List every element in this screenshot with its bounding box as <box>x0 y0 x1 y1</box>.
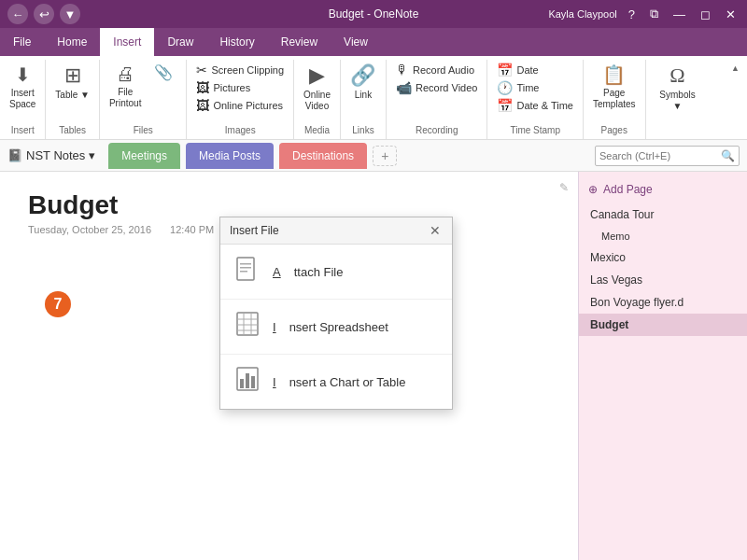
time-btn[interactable]: 🕐 Time <box>493 79 543 96</box>
date-btn[interactable]: 📅 Date <box>493 62 542 78</box>
file-printout-icon: 🖨 <box>116 63 134 85</box>
insert-spreadsheet-label-rest: nsert Spreadsheet <box>289 320 388 334</box>
sidebar: ⊕ Add Page Canada Tour Memo Mexico Las V… <box>579 172 747 560</box>
svg-rect-1 <box>240 263 251 265</box>
ribbon-group-media: ▶ OnlineVideo Media <box>294 60 341 139</box>
link-btn[interactable]: 🔗 Link <box>346 62 380 103</box>
tab-meetings[interactable]: Meetings <box>108 143 180 169</box>
user-name: Kayla Claypool <box>548 8 616 20</box>
help-button[interactable]: ? <box>625 6 639 23</box>
main-area: Budget Tuesday, October 25, 2016 12:40 P… <box>0 172 747 560</box>
titlebar-right: Kayla Claypool ? ⧉ — ◻ ✕ <box>548 5 740 23</box>
close-button[interactable]: ✕ <box>722 6 740 23</box>
record-audio-icon: 🎙 <box>396 63 409 77</box>
record-video-icon: 📹 <box>396 80 412 95</box>
sidebar-item-mexico[interactable]: Mexico <box>579 246 747 269</box>
online-pictures-btn[interactable]: 🖼 Online Pictures <box>192 97 287 114</box>
dialog-close-button[interactable]: ✕ <box>428 223 443 238</box>
screen-clipping-btn[interactable]: ✂ Screen Clipping <box>192 62 288 78</box>
ribbon-group-pages-label: Pages <box>601 123 627 137</box>
svg-rect-11 <box>240 379 244 388</box>
insert-chart-icon <box>235 366 260 398</box>
attach-btn[interactable]: 📎 <box>147 62 180 85</box>
record-audio-btn[interactable]: 🎙 Record Audio <box>392 62 478 78</box>
restore-button[interactable]: ⧉ <box>646 5 662 23</box>
online-video-btn[interactable]: ▶ OnlineVideo <box>300 62 334 114</box>
date-time-btn[interactable]: 📅 Date & Time <box>493 97 577 114</box>
record-video-btn[interactable]: 📹 Record Video <box>392 79 481 96</box>
page-content: Budget Tuesday, October 25, 2016 12:40 P… <box>0 172 579 560</box>
notebook-label: NST Notes <box>26 148 85 162</box>
sidebar-item-canada-tour[interactable]: Canada Tour <box>579 203 747 226</box>
notebook-chevron-icon: ▾ <box>89 148 95 162</box>
dialog-title: Insert File <box>230 224 279 237</box>
menu-view[interactable]: View <box>331 28 381 56</box>
svg-rect-0 <box>237 258 254 280</box>
add-page-label: Add Page <box>603 183 653 196</box>
notebook-icon: 📓 <box>7 148 22 162</box>
notebook-name[interactable]: 📓 NST Notes ▾ <box>7 148 95 162</box>
insert-space-icon: ⬇ <box>15 63 31 86</box>
menu-review[interactable]: Review <box>268 28 331 56</box>
titlebar: ← ↩ ▼ Budget - OneNote Kayla Claypool ? … <box>0 0 747 28</box>
link-icon: 🔗 <box>350 63 375 88</box>
sidebar-item-las-vegas[interactable]: Las Vegas <box>579 269 747 291</box>
insert-chart-item[interactable]: Insert a Chart or Table <box>220 355 452 409</box>
file-printout-btn[interactable]: 🖨 FilePrintout <box>106 62 145 111</box>
sidebar-item-budget[interactable]: Budget <box>579 314 747 336</box>
svg-rect-13 <box>251 376 255 388</box>
menubar: File Home Insert Draw History Review Vie… <box>0 28 747 56</box>
attach-file-item[interactable]: Attach File <box>220 245 452 300</box>
add-tab-button[interactable]: + <box>373 146 397 166</box>
search-icon[interactable]: 🔍 <box>721 149 735 162</box>
attach-file-label-underline: A <box>273 265 281 279</box>
table-btn[interactable]: ⊞ Table ▼ <box>51 62 93 103</box>
attach-file-label-rest: ttach File <box>294 265 344 279</box>
tab-destinations[interactable]: Destinations <box>279 143 367 169</box>
insert-spreadsheet-item[interactable]: Insert Spreadsheet <box>220 300 452 355</box>
menu-draw[interactable]: Draw <box>154 28 206 56</box>
ribbon-group-tables-label: Tables <box>59 123 86 137</box>
sidebar-item-memo[interactable]: Memo <box>579 226 747 246</box>
maximize-button[interactable]: ◻ <box>697 6 714 23</box>
ribbon-group-images-label: Images <box>225 123 256 137</box>
notebook-bar: 📓 NST Notes ▾ Meetings Media Posts Desti… <box>0 140 747 172</box>
undo-button[interactable]: ↩ <box>34 4 54 24</box>
date-time-icon: 📅 <box>497 98 513 113</box>
ribbon-group-tables: ⊞ Table ▼ Tables <box>46 60 100 139</box>
insert-spreadsheet-label-underline: I <box>273 320 276 334</box>
page-templates-btn[interactable]: 📋 PageTemplates <box>589 62 640 112</box>
ribbon-collapse-btn[interactable]: ▲ <box>731 63 740 73</box>
ribbon-group-files: 🖨 FilePrintout 📎 Files <box>100 60 187 139</box>
attach-file-icon <box>235 256 260 287</box>
menu-history[interactable]: History <box>206 28 267 56</box>
svg-rect-4 <box>237 313 258 335</box>
ribbon-group-links: 🔗 Link Links <box>341 60 387 139</box>
ribbon-group-timestamp: 📅 Date 🕐 Time 📅 Date & Time Time Stamp <box>487 60 584 139</box>
sidebar-item-bon-voyage[interactable]: Bon Voyage flyer.d <box>579 291 747 314</box>
window-title: Budget - OneNote <box>329 7 419 21</box>
quick-access-button[interactable]: ▼ <box>60 4 80 24</box>
table-icon: ⊞ <box>64 63 81 88</box>
back-button[interactable]: ← <box>7 4 28 24</box>
dialog-header: Insert File ✕ <box>220 217 452 245</box>
tab-media-posts[interactable]: Media Posts <box>186 143 274 169</box>
minimize-button[interactable]: — <box>669 6 689 23</box>
attach-icon: 📎 <box>154 63 173 81</box>
ribbon-group-timestamp-label: Time Stamp <box>510 123 560 137</box>
menu-file[interactable]: File <box>0 28 44 56</box>
pictures-icon: 🖼 <box>196 80 209 95</box>
ribbon-group-recording: 🎙 Record Audio 📹 Record Video Recording <box>387 60 487 139</box>
menu-home[interactable]: Home <box>44 28 100 56</box>
titlebar-left: ← ↩ ▼ <box>7 4 80 24</box>
symbols-btn[interactable]: Ω Symbols ▼ <box>652 62 704 114</box>
pictures-btn[interactable]: 🖼 Pictures <box>192 79 254 96</box>
menu-insert[interactable]: Insert <box>100 28 154 56</box>
insert-space-btn[interactable]: ⬇ InsertSpace <box>6 62 39 112</box>
insert-spreadsheet-icon <box>235 311 260 343</box>
search-input[interactable] <box>599 150 721 161</box>
add-page-button[interactable]: ⊕ Add Page <box>579 179 747 203</box>
insert-chart-label-underline: I <box>273 375 276 389</box>
ribbon-group-insert: ⬇ InsertSpace Insert <box>0 60 46 139</box>
symbols-icon: Ω <box>669 63 684 88</box>
